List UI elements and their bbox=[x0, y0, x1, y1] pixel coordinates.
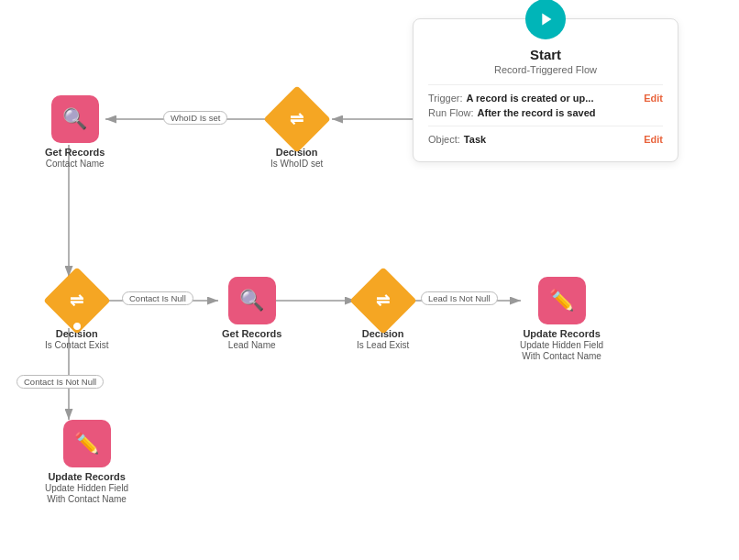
update-records-bottom-box: ✏️ bbox=[63, 420, 111, 467]
decision-contact-icon: ⇌ bbox=[70, 291, 83, 311]
start-title: Start bbox=[428, 47, 663, 62]
start-subtitle: Record-Triggered Flow bbox=[428, 64, 663, 75]
trigger-value: A record is created or up... bbox=[467, 93, 641, 104]
get-records-lead-box: 🔍 bbox=[228, 277, 276, 324]
start-icon bbox=[525, 0, 566, 39]
edit-icon-bottom: ✏️ bbox=[74, 432, 99, 456]
search-icon: 🔍 bbox=[62, 107, 87, 131]
object-edit[interactable]: Edit bbox=[644, 134, 663, 145]
get-records-lead-node[interactable]: 🔍 Get Records Lead Name bbox=[222, 277, 281, 350]
trigger-label: Trigger: bbox=[428, 93, 463, 104]
update-records-top-sublabel2: With Contact Name bbox=[522, 351, 601, 361]
update-records-bottom-node[interactable]: ✏️ Update Records Update Hidden Field Wi… bbox=[45, 420, 128, 504]
get-records-lead-label: Get Records bbox=[222, 328, 281, 339]
get-records-contact-box: 🔍 bbox=[51, 95, 99, 143]
decision-contact-node[interactable]: ⇌ Decision Is Contact Exist bbox=[45, 277, 108, 350]
svg-marker-9 bbox=[542, 14, 551, 26]
update-records-top-sublabel1: Update Hidden Field bbox=[520, 340, 603, 350]
edge-label-whoid: WhoID Is set bbox=[163, 111, 227, 125]
decision-whoid-sublabel: Is WhoID set bbox=[270, 159, 323, 169]
get-records-lead-sublabel: Lead Name bbox=[228, 340, 276, 350]
get-records-contact-label: Get Records bbox=[45, 147, 105, 158]
get-records-contact-sublabel: Contact Name bbox=[46, 159, 105, 169]
trigger-edit[interactable]: Edit bbox=[644, 93, 663, 104]
object-value: Task bbox=[464, 134, 640, 145]
decision-lead-node[interactable]: ⇌ Decision Is Lead Exist bbox=[357, 277, 409, 350]
edit-icon-top: ✏️ bbox=[549, 289, 574, 313]
update-records-top-box: ✏️ bbox=[538, 277, 586, 324]
decision-contact-circle-bottom bbox=[72, 321, 83, 332]
update-records-bottom-sublabel2: With Contact Name bbox=[47, 494, 127, 504]
edge-label-lead-not-null: Lead Is Not Null bbox=[421, 291, 498, 305]
update-records-bottom-sublabel1: Update Hidden Field bbox=[45, 483, 128, 493]
decision-icon: ⇌ bbox=[290, 109, 303, 129]
decision-contact-sublabel: Is Contact Exist bbox=[45, 340, 108, 350]
decision-lead-sublabel: Is Lead Exist bbox=[357, 340, 409, 350]
update-records-top-node[interactable]: ✏️ Update Records Update Hidden Field Wi… bbox=[520, 277, 603, 361]
update-records-top-label: Update Records bbox=[523, 328, 600, 339]
search-lead-icon: 🔍 bbox=[239, 289, 264, 313]
update-records-bottom-label: Update Records bbox=[48, 471, 125, 482]
object-label: Object: bbox=[428, 134, 460, 145]
decision-lead-icon: ⇌ bbox=[376, 291, 390, 311]
edge-label-contact-not-null: Contact Is Not Null bbox=[17, 375, 104, 389]
runflow-value: After the record is saved bbox=[478, 107, 663, 118]
start-card: Start Record-Triggered Flow Trigger: A r… bbox=[413, 18, 678, 162]
flow-canvas: WhoID Is set Contact Is Null Contact Is … bbox=[0, 0, 739, 560]
runflow-label: Run Flow: bbox=[428, 107, 474, 118]
edge-label-contact-null: Contact Is Null bbox=[122, 291, 193, 305]
decision-whoid-node[interactable]: ⇌ Decision Is WhoID set bbox=[270, 95, 323, 169]
get-records-contact-node[interactable]: 🔍 Get Records Contact Name bbox=[45, 95, 105, 169]
